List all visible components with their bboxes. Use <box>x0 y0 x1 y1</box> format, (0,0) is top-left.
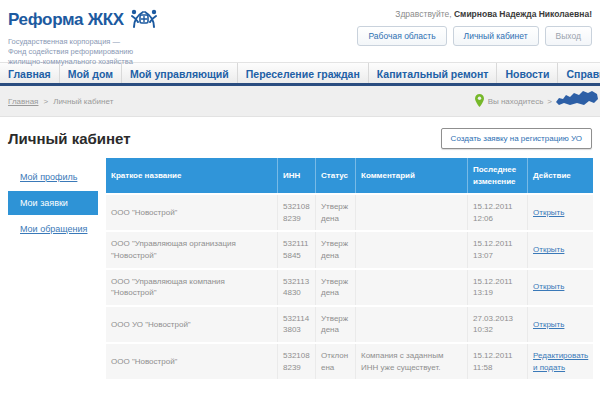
workspace-button[interactable]: Рабочая область <box>357 26 446 46</box>
location-selector[interactable]: Вы находитесь > <box>475 89 598 113</box>
logo-block[interactable]: Реформа ЖКХ Государственная корпор <box>8 7 158 56</box>
table-row: ООО "Управляющая организация "Новострой"… <box>106 232 593 267</box>
cell-modified: 27.03.2013 10:32 <box>468 307 528 342</box>
content: Мой профиль Мои заявки Мои обращения Кра… <box>0 158 600 379</box>
cell-comment <box>356 270 468 305</box>
nav-item-news[interactable]: Новости <box>497 63 558 83</box>
location-pin-icon <box>475 94 484 109</box>
cell-name: ООО "Управляющая компания "Новострой" <box>106 270 278 305</box>
table-row: ООО "Новострой" 5321088239 Утверждена 15… <box>106 195 593 230</box>
cell-comment <box>356 307 468 342</box>
sidebar: Мой профиль Мои заявки Мои обращения <box>8 158 98 379</box>
cell-inn: 5321115845 <box>278 232 316 267</box>
cell-comment: Компания с заданным ИНН уже существует. <box>356 344 468 379</box>
logout-button[interactable]: Выход <box>545 26 592 46</box>
page-title: Личный кабинет <box>8 130 131 147</box>
cell-name: ООО УО "Новострой" <box>106 307 278 342</box>
cell-name: ООО "Новострой" <box>106 195 278 230</box>
col-header-status: Статус <box>316 158 356 193</box>
nav-item-help[interactable]: Справка <box>558 63 600 83</box>
location-separator: > <box>547 97 552 106</box>
table-row: ООО "Новострой" 5321088239 Отклонена Ком… <box>106 344 593 379</box>
col-header-comment: Комментарий <box>356 158 468 193</box>
cell-inn: 5321088239 <box>278 344 316 379</box>
nav-item-relocation[interactable]: Переселение граждан <box>238 63 369 83</box>
house-people-icon <box>130 7 158 32</box>
breadcrumb: Главная > Личный кабинет <box>8 97 113 106</box>
table-row: ООО "Управляющая компания "Новострой" 53… <box>106 270 593 305</box>
open-request-link[interactable]: Открыть <box>533 319 564 331</box>
page-head: Личный кабинет Создать заявку на регистр… <box>0 117 600 158</box>
col-header-name: Краткое название <box>106 158 278 193</box>
edit-and-submit-link[interactable]: Редактировать и подать <box>533 350 588 373</box>
open-request-link[interactable]: Открыть <box>533 207 564 219</box>
personal-cabinet-button[interactable]: Личный кабинет <box>453 26 539 46</box>
sidebar-item-my-appeals[interactable]: Мои обращения <box>8 218 98 240</box>
sidebar-item-my-profile[interactable]: Мой профиль <box>8 166 98 188</box>
cell-modified: 15.12.2011 13:19 <box>468 270 528 305</box>
cell-modified: 15.12.2011 13:07 <box>468 232 528 267</box>
logo-text: Реформа ЖКХ <box>8 10 124 30</box>
russia-map-icon[interactable] <box>556 89 598 113</box>
nav-item-my-house[interactable]: Мой дом <box>60 63 122 83</box>
header: Реформа ЖКХ Государственная корпор <box>0 0 600 62</box>
cell-status: Утверждена <box>316 270 356 305</box>
col-header-modified: Последнее изменение <box>468 158 528 193</box>
cell-status: Утверждена <box>316 195 356 230</box>
table-header-row: Краткое название ИНН Статус Комментарий … <box>106 158 593 193</box>
cell-status: Утверждена <box>316 232 356 267</box>
cell-comment <box>356 232 468 267</box>
col-header-inn: ИНН <box>278 158 316 193</box>
nav-item-home[interactable]: Главная <box>0 63 60 83</box>
table-row: ООО УО "Новострой" 5321143803 Утверждена… <box>106 307 593 342</box>
location-label: Вы находитесь <box>488 97 544 106</box>
open-request-link[interactable]: Открыть <box>533 244 564 256</box>
user-greeting: Здравствуйте, Смирнова Надежда Николаевн… <box>357 9 592 19</box>
cell-status: Отклонена <box>316 344 356 379</box>
cell-name: ООО "Управляющая организация "Новострой" <box>106 232 278 267</box>
main-nav: Главная Мой дом Мой управляющий Переселе… <box>0 62 600 86</box>
cell-comment <box>356 195 468 230</box>
cell-name: ООО "Новострой" <box>106 344 278 379</box>
breadcrumb-bar: Главная > Личный кабинет Вы находитесь > <box>0 86 600 117</box>
nav-item-capital-repair[interactable]: Капитальный ремонт <box>369 63 498 83</box>
cell-inn: 5321134830 <box>278 270 316 305</box>
nav-item-my-manager[interactable]: Мой управляющий <box>122 63 238 83</box>
cell-inn: 5321088239 <box>278 195 316 230</box>
breadcrumb-separator: > <box>43 97 48 106</box>
cell-modified: 15.12.2011 11:58 <box>468 344 528 379</box>
user-name: Смирнова Надежда Николаевна! <box>454 9 592 19</box>
requests-table: Краткое название ИНН Статус Комментарий … <box>106 158 593 379</box>
breadcrumb-current: Личный кабинет <box>53 97 113 106</box>
open-request-link[interactable]: Открыть <box>533 281 564 293</box>
cell-modified: 15.12.2011 12:06 <box>468 195 528 230</box>
breadcrumb-home-link[interactable]: Главная <box>8 97 38 106</box>
sidebar-item-my-requests[interactable]: Мои заявки <box>8 191 98 215</box>
create-uo-request-button[interactable]: Создать заявку на регистрацию УО <box>441 128 592 149</box>
cell-inn: 5321143803 <box>278 307 316 342</box>
col-header-action: Действие <box>528 158 593 193</box>
cell-status: Утверждена <box>316 307 356 342</box>
